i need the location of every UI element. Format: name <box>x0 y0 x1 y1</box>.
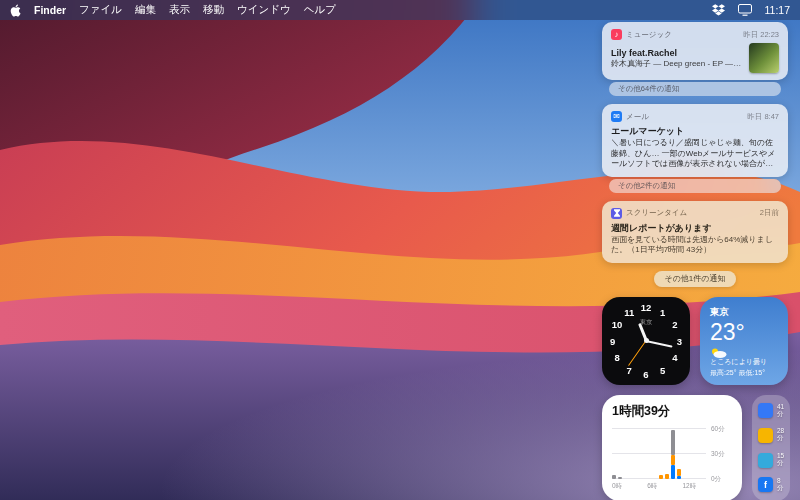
app-usage-time: 15分 <box>777 452 784 468</box>
menu-help[interactable]: ヘルプ <box>304 3 336 17</box>
app-usage-time: 28分 <box>777 427 784 443</box>
clock-numeral: 3 <box>677 335 682 346</box>
clock-numeral: 7 <box>627 364 632 375</box>
app-blue-icon <box>758 403 773 418</box>
screen-time-notification-body: 画面を見ている時間は先週から64%減りました。（1日平均7時間 43分） <box>611 235 779 256</box>
notification-music[interactable]: ♪ ミュージック 昨日 22:23 Lily feat.Rachel 鈴木真海子… <box>602 22 788 80</box>
mail-notification-time: 昨日 8:47 <box>747 112 779 122</box>
app-cyan-icon <box>758 453 773 468</box>
album-art-thumbnail <box>749 43 779 73</box>
music-more-label: その他64件の通知 <box>618 84 679 93</box>
desktop[interactable]: Finder ファイル 編集 表示 移動 ウインドウ ヘルプ 11:17 ♪ ミ… <box>0 0 800 500</box>
usage-bar <box>665 429 669 479</box>
facebook-icon: f <box>758 477 773 492</box>
mail-notification-header: ✉ メール 昨日 8:47 <box>611 111 779 122</box>
app-usage-app-blue[interactable]: 41分 <box>758 403 784 419</box>
screen-time-widget[interactable]: 1時間39分 60分30分0分0時6時12時 <box>602 395 742 500</box>
mail-notification-body: ＼暑い日につるり／盛岡じゃじゃ麺、旬の佐藤錦、ひん… 一部のWebメールサービス… <box>611 138 779 170</box>
usage-bar <box>677 429 681 479</box>
mail-app-name: メール <box>626 112 743 122</box>
menu-edit[interactable]: 編集 <box>135 3 156 17</box>
clock-minute-hand <box>646 340 673 348</box>
menu-bar: Finder ファイル 編集 表示 移動 ウインドウ ヘルプ 11:17 <box>0 0 800 20</box>
music-notification-header: ♪ ミュージック 昨日 22:23 <box>611 29 779 40</box>
music-more-notifications[interactable]: その他64件の通知 <box>609 82 781 96</box>
menu-file[interactable]: ファイル <box>79 3 122 17</box>
screen-time-total: 1時間39分 <box>612 403 732 420</box>
usage-bar <box>612 429 616 479</box>
top-apps-column: 41分28分15分f8分 <box>752 395 790 500</box>
clock-dial: 東京 123456789101112 <box>602 297 690 385</box>
clock-numeral: 6 <box>643 369 648 380</box>
screen-time-notification-title: 週間レポートがあります <box>611 222 779 235</box>
clock-widget[interactable]: 東京 123456789101112 <box>602 297 690 385</box>
display-icon[interactable] <box>738 4 752 16</box>
partly-cloudy-icon <box>710 344 778 355</box>
weather-city: 東京 <box>710 306 778 319</box>
app-yellow-icon <box>758 428 773 443</box>
clock-numeral: 2 <box>672 319 677 330</box>
music-notification-title: Lily feat.Rachel <box>611 48 742 58</box>
mail-notification-title: エールマーケット <box>611 125 779 138</box>
y-axis-label: 60分 <box>711 424 725 433</box>
clock-numeral: 4 <box>672 352 677 363</box>
screen-time-notification-header: スクリーンタイム 2日前 <box>611 208 779 219</box>
usage-bar <box>618 429 622 479</box>
x-axis-label: 6時 <box>647 482 657 491</box>
music-notification-subtitle: 鈴木真海子 — Deep green - EP — chelmico スー… <box>611 58 742 69</box>
clock-numeral: 11 <box>624 306 634 317</box>
menu-view[interactable]: 表示 <box>169 3 190 17</box>
menu-window[interactable]: ウインドウ <box>237 3 291 17</box>
app-usage-time: 8分 <box>777 477 784 493</box>
clock-numeral: 5 <box>660 364 665 375</box>
apple-menu[interactable] <box>10 4 21 17</box>
usage-chart-plot: 60分30分0分0時6時12時 <box>612 429 706 479</box>
music-app-name: ミュージック <box>626 30 739 40</box>
mail-app-icon: ✉ <box>611 111 622 122</box>
more-notifications-pill[interactable]: その他1件の通知 <box>654 271 735 287</box>
y-axis-label: 30分 <box>711 449 725 458</box>
weather-widget[interactable]: 東京 23° ところにより曇り 最高:25° 最低:15° <box>700 297 788 385</box>
y-axis-label: 0分 <box>711 474 721 483</box>
screen-time-app-icon <box>611 208 622 219</box>
music-notification-time: 昨日 22:23 <box>743 30 779 40</box>
screen-time-app-name: スクリーンタイム <box>626 208 756 218</box>
dropbox-icon[interactable] <box>712 4 725 16</box>
usage-bar <box>671 429 675 479</box>
clock-second-hand <box>628 340 646 365</box>
clock-numeral: 10 <box>612 319 623 330</box>
screen-time-notification-time: 2日前 <box>760 208 779 218</box>
usage-bar <box>659 429 663 479</box>
menu-go[interactable]: 移動 <box>203 3 224 17</box>
app-usage-time: 41分 <box>777 403 784 419</box>
app-usage-app-cyan[interactable]: 15分 <box>758 452 784 468</box>
mail-more-notifications[interactable]: その他2件の通知 <box>609 179 781 193</box>
clock-numeral: 9 <box>610 335 615 346</box>
menu-bar-clock[interactable]: 11:17 <box>765 4 791 16</box>
apple-icon <box>10 4 21 17</box>
clock-center-dot <box>644 338 649 343</box>
weather-temperature: 23° <box>710 320 778 344</box>
x-axis-label: 0時 <box>612 482 622 491</box>
music-app-icon: ♪ <box>611 29 622 40</box>
x-axis-label: 12時 <box>683 482 697 491</box>
notification-screen-time[interactable]: スクリーンタイム 2日前 週間レポートがあります 画面を見ている時間は先週から6… <box>602 201 788 263</box>
clock-numeral: 1 <box>660 306 665 317</box>
mail-more-label: その他2件の通知 <box>618 181 675 190</box>
notification-mail[interactable]: ✉ メール 昨日 8:47 エールマーケット ＼暑い日につるり／盛岡じゃじゃ麺、… <box>602 104 788 177</box>
weather-condition: ところにより曇り <box>710 357 778 367</box>
app-usage-facebook[interactable]: f8分 <box>758 477 784 493</box>
menu-finder[interactable]: Finder <box>34 4 66 16</box>
notification-center: ♪ ミュージック 昨日 22:23 Lily feat.Rachel 鈴木真海子… <box>602 20 788 500</box>
clock-numeral: 8 <box>614 352 619 363</box>
app-usage-app-yellow[interactable]: 28分 <box>758 427 784 443</box>
clock-numeral: 12 <box>641 302 652 313</box>
weather-high-low: 最高:25° 最低:15° <box>710 368 778 378</box>
